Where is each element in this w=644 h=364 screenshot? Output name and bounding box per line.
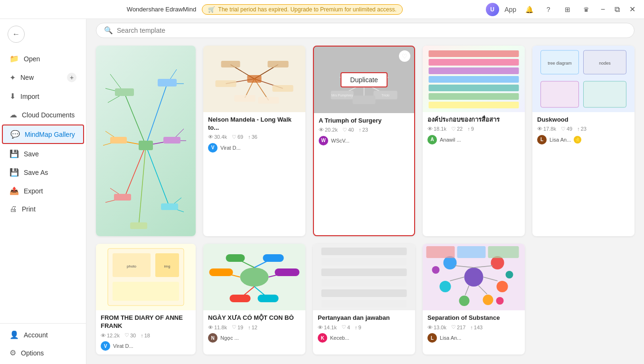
sidebar-item-export[interactable]: 📤 Export (2, 182, 84, 200)
card-pertanyaan[interactable]: Pertanyaan dan jawaban 👁 14.1k ♡ 4 ↑ 9 K… (313, 244, 415, 354)
author-avatar-surgery: W (319, 136, 328, 145)
card-stats-separation: 👁 13.0k ♡ 217 ↑ 143 (427, 324, 520, 330)
card-author-nelson: V Virat D... (208, 143, 301, 153)
trial-banner[interactable]: 🛒 The trial period has expired. Upgrade … (202, 4, 403, 15)
svg-rect-23 (110, 137, 127, 144)
svg-point-98 (496, 297, 504, 305)
author-avatar-separation: L (427, 333, 437, 343)
mindmap-icon: 💬 (10, 130, 20, 139)
duplicate-button[interactable]: Duplicate (341, 72, 387, 87)
card-minecraft[interactable]: Minecraft - Chest Sorting Categories 👁 6… (96, 46, 196, 236)
svg-line-4 (124, 145, 146, 198)
search-input[interactable] (117, 27, 626, 34)
sidebar-item-mindmap[interactable]: 💬 MindMap Gallery (2, 125, 84, 144)
card-info-org: องค์ประกอบของการสื่อสาร 👁 18.1k ♡ 22 ↑ 9… (423, 112, 525, 148)
user-avatar[interactable]: U (486, 3, 499, 16)
sidebar-item-account[interactable]: 👤 Account (2, 326, 84, 344)
svg-text:nodes: nodes (599, 61, 611, 66)
sidebar-item-new[interactable]: ✦ New + (2, 68, 84, 86)
app-button[interactable]: App (503, 2, 518, 17)
close-button[interactable]: ✕ (626, 5, 638, 14)
svg-rect-84 (322, 258, 407, 266)
main-layout: ← 📁 Open ✦ New + ⬇ Import ☁ Cloud Docume… (0, 19, 644, 364)
card-thumb-ngay (203, 244, 305, 310)
svg-line-0 (124, 93, 146, 145)
card-info-pertanyaan: Pertanyaan dan jawaban 👁 14.1k ♡ 4 ↑ 9 K… (313, 310, 415, 346)
card-duskwood[interactable]: tree diagram nodes Duskwood 👁 17.8k ♡ 49… (532, 46, 635, 236)
card-author-diary: V Virat D... (101, 341, 191, 351)
svg-rect-37 (216, 80, 237, 87)
svg-rect-56 (429, 93, 519, 100)
back-button[interactable]: ← (8, 26, 25, 43)
svg-rect-60 (541, 81, 579, 107)
crown-icon[interactable]: ♛ (579, 2, 594, 17)
card-ngay[interactable]: NGÀY XƯA CÓ MỘT CON BÒ 👁 11.8k ♡ 19 ↑ 12… (203, 244, 305, 354)
author-name-surgery: WScV... (331, 138, 350, 144)
search-input-wrap[interactable]: 🔍 (96, 23, 635, 38)
new-plus-icon[interactable]: + (67, 73, 76, 82)
svg-rect-61 (584, 81, 626, 107)
author-avatar-org: A (427, 135, 437, 144)
svg-point-92 (440, 281, 451, 292)
card-nelson[interactable]: Nelson Mandela - Long Walk to... 👁 30.4k… (203, 46, 305, 236)
svg-rect-83 (322, 248, 407, 255)
card-separation[interactable]: Separation of Substance 👁 13.0k ♡ 217 ↑ … (423, 244, 525, 354)
card-thumb-diary: photo img (96, 244, 196, 310)
sidebar-item-save-as[interactable]: 💾 Save As (2, 163, 84, 181)
svg-rect-105 (426, 246, 455, 258)
card-diary[interactable]: photo img FROM THE DIARY OF ANNE FRANK 👁… (96, 244, 196, 354)
svg-rect-24 (163, 137, 180, 144)
trial-text: The trial period has expired. Upgrade to… (218, 6, 397, 13)
svg-rect-40 (258, 97, 279, 104)
sidebar-back: ← (0, 19, 86, 49)
minimize-button[interactable]: − (598, 5, 608, 14)
svg-point-96 (432, 266, 440, 274)
restore-button[interactable]: ⧉ (612, 5, 623, 14)
card-surgery[interactable]: TRIUMPH OF SURGERY Mrs Pumphrey Tricki ♡… (313, 46, 415, 236)
svg-line-100 (474, 266, 493, 268)
svg-rect-54 (429, 76, 519, 83)
svg-rect-57 (429, 102, 519, 108)
svg-line-5 (146, 145, 170, 207)
grid-icon[interactable]: ⊞ (560, 2, 575, 17)
svg-line-103 (465, 286, 469, 295)
svg-line-6 (139, 145, 146, 226)
card-thumb-org (423, 46, 525, 112)
author-avatar-duskwood: L (537, 135, 547, 144)
svg-rect-107 (488, 246, 519, 258)
sidebar-options-label: Options (21, 349, 44, 357)
svg-rect-79 (209, 268, 233, 276)
duplicate-overlay: Duplicate (314, 47, 414, 113)
sidebar-new-label: New (20, 74, 34, 81)
svg-rect-21 (115, 88, 134, 96)
author-name-ngay: Ngọc ... (220, 335, 239, 341)
sidebar-item-options[interactable]: ⚙ Options (2, 344, 84, 362)
notification-icon[interactable]: 🔔 (522, 2, 537, 17)
app-name: Wondershare EdrawMind (127, 6, 196, 13)
card-info-separation: Separation of Substance 👁 13.0k ♡ 217 ↑ … (423, 310, 525, 346)
help-icon[interactable]: ? (541, 2, 556, 17)
sidebar-print-label: Print (22, 205, 36, 213)
options-icon: ⚙ (9, 348, 16, 357)
titlebar: Wondershare EdrawMind 🛒 The trial period… (0, 0, 644, 19)
sidebar-item-save[interactable]: 💾 Save (2, 145, 84, 163)
svg-line-104 (479, 286, 487, 294)
author-name-separation: Lisa An... (440, 335, 461, 341)
card-info-duskwood: Duskwood 👁 17.8k ♡ 49 ↑ 23 L Lisa An... … (532, 112, 635, 148)
save-icon: 💾 (9, 149, 19, 158)
sidebar-item-open[interactable]: 📁 Open (2, 50, 84, 67)
svg-point-89 (464, 268, 483, 287)
author-avatar-diary: V (101, 341, 110, 351)
sidebar-item-import[interactable]: ⬇ Import (2, 87, 84, 105)
card-author-separation: L Lisa An... (427, 333, 520, 343)
svg-point-97 (506, 271, 513, 278)
card-title-surgery: A Triumph of Surgery (319, 117, 409, 125)
new-icon: ✦ (9, 73, 16, 82)
sidebar-cloud-label: Cloud Documents (22, 111, 75, 119)
card-org[interactable]: องค์ประกอบของการสื่อสาร 👁 18.1k ♡ 22 ↑ 9… (423, 46, 525, 236)
sidebar-item-cloud[interactable]: ☁ Cloud Documents (2, 106, 84, 124)
sidebar-save-as-label: Save As (24, 169, 48, 176)
card-title-nelson: Nelson Mandela - Long Walk to... (208, 116, 301, 132)
sidebar-item-print[interactable]: 🖨 Print (2, 201, 84, 218)
author-avatar-ngay: N (208, 333, 218, 343)
